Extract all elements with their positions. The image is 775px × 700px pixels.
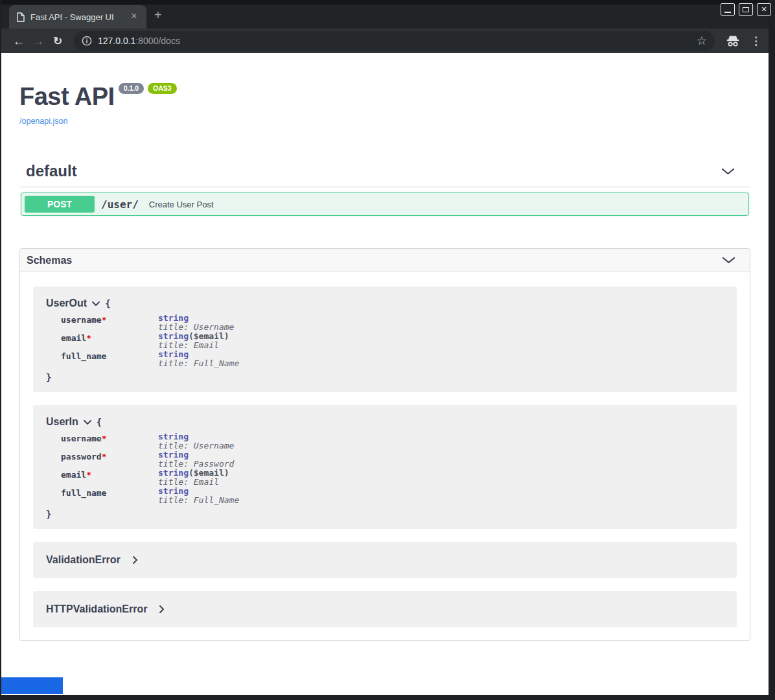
page-favicon-icon: [17, 12, 25, 22]
property-name: email: [61, 333, 86, 343]
property-name: full_name: [61, 351, 106, 361]
browser-window: Fast API - Swagger UI × + ← → ↻ 127.0.0.…: [0, 0, 775, 700]
property-title: title: Email: [158, 341, 239, 350]
back-icon[interactable]: ←: [9, 35, 29, 47]
browser-toolbar: ← → ↻ 127.0.0.1:8000/docs ☆: [1, 29, 769, 53]
model-name: HTTPValidationError: [46, 603, 147, 615]
schemas-section: Schemas UserOut: [19, 248, 750, 641]
api-info-header: Fast API0.1.0OAS3 /openapi.json: [19, 83, 750, 126]
property-type: string: [158, 331, 189, 341]
close-brace: }: [46, 509, 724, 519]
chevron-right-icon[interactable]: [133, 556, 137, 564]
model-name: ValidationError: [46, 554, 121, 566]
property-title: title: Password: [158, 460, 239, 469]
tab-title: Fast API - Swagger UI: [30, 12, 128, 22]
property-name: email: [61, 470, 86, 480]
property-row: username* string title: Username: [61, 432, 239, 450]
property-name: password: [61, 452, 102, 461]
tag-divider: [19, 187, 750, 187]
property-title: title: Username: [158, 323, 239, 332]
browser-tab[interactable]: Fast API - Swagger UI ×: [9, 5, 146, 29]
model-title-row[interactable]: UserIn {: [46, 416, 724, 428]
openapi-spec-link[interactable]: /openapi.json: [19, 117, 750, 126]
window-controls: ✕: [721, 3, 771, 16]
required-star: *: [86, 470, 91, 480]
property-row: email* string($email) title: Email: [61, 469, 239, 487]
required-star: *: [102, 434, 107, 443]
property-name: username: [61, 434, 102, 443]
property-type: string: [158, 468, 189, 478]
required-star: *: [102, 452, 107, 461]
model-name: UserIn: [46, 416, 78, 428]
site-info-icon[interactable]: [82, 36, 92, 46]
property-row: username* string title: Username: [61, 314, 239, 332]
tag-name: default: [26, 162, 77, 180]
tab-close-icon[interactable]: ×: [128, 11, 140, 23]
model-userout: UserOut { username* string: [33, 286, 737, 392]
tag-section-default: default POST /user/ Create User Post: [19, 158, 750, 216]
property-title: title: Username: [158, 441, 239, 450]
reload-icon[interactable]: ↻: [48, 35, 67, 47]
schemas-header[interactable]: Schemas: [20, 249, 750, 272]
property-format: ($email): [189, 468, 229, 478]
version-badge: 0.1.0: [119, 83, 144, 94]
open-brace: {: [105, 298, 110, 309]
property-type: string: [158, 349, 189, 359]
close-button[interactable]: ✕: [757, 3, 771, 16]
model-httpvalidationerror[interactable]: HTTPValidationError: [33, 591, 737, 627]
chevron-right-icon[interactable]: [159, 605, 164, 613]
property-title: title: Full_Name: [158, 496, 239, 505]
chevron-down-icon[interactable]: [722, 257, 735, 264]
status-bubble: [1, 677, 63, 694]
property-type: string: [158, 450, 189, 460]
maximize-button[interactable]: [739, 3, 753, 16]
tag-header[interactable]: default: [19, 158, 750, 184]
model-name: UserOut: [46, 298, 87, 309]
property-type: string: [158, 313, 189, 323]
model-properties: username* string title: Username email* …: [61, 314, 239, 368]
oas3-badge: OAS3: [148, 83, 177, 94]
operation-summary: Create User Post: [149, 200, 214, 209]
open-brace: {: [97, 417, 102, 427]
chevron-down-icon[interactable]: [92, 301, 100, 306]
required-star: *: [86, 333, 91, 343]
incognito-icon: [725, 34, 741, 47]
url-text[interactable]: 127.0.0.1:8000/docs: [98, 36, 180, 46]
page-title: Fast API: [19, 83, 115, 110]
close-brace: }: [46, 372, 724, 382]
chevron-down-icon[interactable]: [84, 420, 91, 425]
maximize-icon: [743, 7, 749, 12]
page-content: Fast API0.1.0OAS3 /openapi.json default …: [1, 53, 769, 695]
property-row: full_name string title: Full_Name: [61, 487, 239, 505]
forward-icon: →: [29, 35, 48, 47]
post-method-button[interactable]: POST: [25, 196, 95, 213]
new-tab-icon[interactable]: +: [154, 8, 162, 21]
url-host: 127.0.0.1: [98, 36, 135, 46]
property-format: ($email): [189, 331, 229, 341]
model-validationerror[interactable]: ValidationError: [33, 542, 737, 578]
property-name: username: [61, 315, 102, 325]
model-title-row[interactable]: UserOut {: [46, 298, 724, 309]
property-row: full_name string title: Full_Name: [61, 350, 239, 368]
minimize-button[interactable]: [721, 3, 735, 16]
property-type: string: [158, 432, 189, 441]
property-row: password* string title: Password: [61, 450, 239, 469]
property-name: full_name: [61, 488, 106, 498]
required-star: *: [102, 315, 107, 325]
address-bar[interactable]: 127.0.0.1:8000/docs ☆: [74, 31, 715, 51]
operation-path: /user/: [101, 198, 139, 211]
property-row: email* string($email) title: Email: [61, 332, 239, 350]
property-title: title: Full_Name: [158, 359, 239, 368]
chevron-down-icon[interactable]: [721, 168, 735, 175]
url-path: :8000/docs: [135, 36, 180, 46]
model-properties: username* string title: Username passwor…: [61, 432, 239, 505]
model-userin: UserIn { username* string: [33, 405, 737, 529]
opblock-post-user[interactable]: POST /user/ Create User Post: [21, 192, 749, 216]
browser-menu-icon[interactable]: ⋮: [750, 34, 761, 48]
minimize-icon: [724, 12, 731, 13]
bookmark-star-icon[interactable]: ☆: [697, 35, 707, 47]
property-title: title: Email: [158, 478, 239, 487]
window-top-edge: [1, 0, 769, 5]
schemas-title: Schemas: [27, 255, 72, 266]
property-type: string: [158, 486, 189, 496]
